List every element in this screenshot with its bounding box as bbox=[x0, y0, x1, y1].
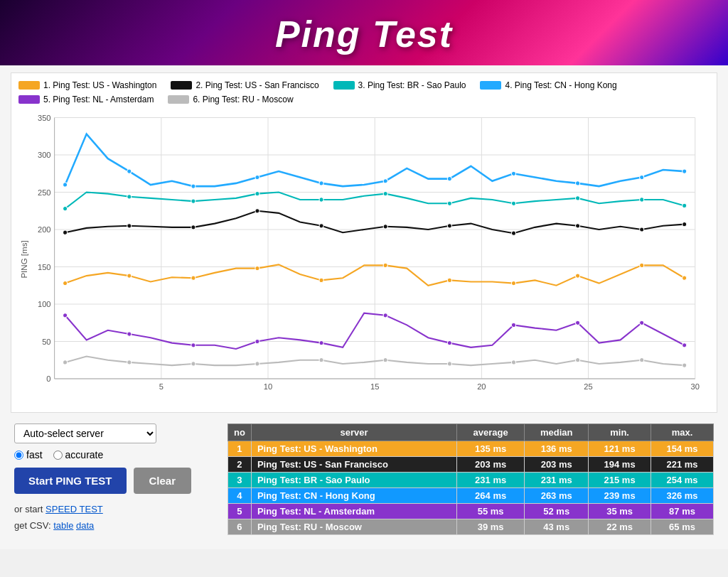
controls-results-row: Auto-select server fast accurate Start P… bbox=[11, 420, 717, 542]
table-cell: 35 ms bbox=[589, 504, 651, 519]
legend-color-4 bbox=[480, 81, 501, 90]
csv-line: get CSV: table data bbox=[14, 517, 213, 534]
svg-point-51 bbox=[640, 227, 644, 232]
svg-point-96 bbox=[682, 363, 687, 367]
legend-label-2: 2. Ping Test: US - San Francisco bbox=[196, 80, 318, 90]
radio-accurate-label[interactable]: accurate bbox=[53, 449, 104, 460]
table-row: 3Ping Test: BR - Sao Paulo231 ms231 ms21… bbox=[228, 473, 714, 488]
svg-point-65 bbox=[127, 169, 132, 173]
table-cell: 231 ms bbox=[525, 473, 589, 488]
legend-color-1 bbox=[18, 81, 40, 90]
table-cell: Ping Test: BR - Sao Paulo bbox=[251, 473, 456, 488]
svg-point-50 bbox=[576, 224, 580, 228]
svg-point-39 bbox=[576, 274, 580, 278]
start-ping-button[interactable]: Start PING TEST bbox=[14, 468, 127, 494]
svg-point-69 bbox=[383, 179, 387, 183]
radio-fast-label[interactable]: fast bbox=[14, 449, 43, 460]
table-row: 2Ping Test: US - San Francisco203 ms203 … bbox=[228, 457, 714, 473]
radio-group: fast accurate bbox=[14, 449, 213, 460]
button-row: Start PING TEST Clear bbox=[14, 468, 213, 494]
svg-point-55 bbox=[191, 199, 196, 203]
svg-point-84 bbox=[640, 320, 644, 325]
svg-point-71 bbox=[511, 171, 515, 176]
table-cell: 52 ms bbox=[525, 504, 589, 519]
svg-point-33 bbox=[191, 276, 196, 280]
controls-panel: Auto-select server fast accurate Start P… bbox=[14, 424, 213, 534]
data-link[interactable]: data bbox=[76, 520, 94, 531]
legend-color-5 bbox=[18, 95, 40, 104]
svg-point-68 bbox=[319, 181, 323, 185]
svg-point-87 bbox=[127, 360, 132, 365]
legend-label-5: 5. Ping Test: NL - Amsterdam bbox=[43, 95, 154, 104]
svg-point-80 bbox=[383, 313, 387, 318]
legend-item-1: 1. Ping Test: US - Washington bbox=[18, 80, 156, 90]
table-cell: 65 ms bbox=[651, 519, 714, 535]
svg-point-49 bbox=[511, 231, 515, 235]
svg-point-81 bbox=[447, 340, 451, 345]
svg-point-61 bbox=[576, 196, 580, 200]
legend-label-4: 4. Ping Test: CN - Hong Kong bbox=[505, 80, 616, 90]
svg-point-41 bbox=[682, 276, 687, 280]
svg-point-64 bbox=[63, 183, 68, 187]
svg-point-95 bbox=[640, 358, 644, 362]
chart-legend: 1. Ping Test: US - Washington2. Ping Tes… bbox=[18, 80, 710, 104]
legend-color-2 bbox=[171, 81, 192, 90]
svg-point-40 bbox=[640, 263, 644, 267]
table-cell: 194 ms bbox=[589, 457, 651, 473]
svg-point-90 bbox=[319, 358, 323, 362]
radio-fast[interactable] bbox=[14, 451, 23, 460]
svg-point-86 bbox=[63, 360, 68, 365]
extra-links: or start SPEED TEST get CSV: table data bbox=[14, 501, 213, 534]
clear-button[interactable]: Clear bbox=[134, 468, 192, 494]
svg-point-57 bbox=[319, 198, 323, 202]
legend-label-6: 6. Ping Test: RU - Moscow bbox=[193, 95, 293, 104]
svg-point-60 bbox=[511, 201, 515, 205]
table-row: 5Ping Test: NL - Amsterdam55 ms52 ms35 m… bbox=[228, 504, 714, 519]
svg-text:200: 200 bbox=[38, 225, 51, 234]
svg-point-77 bbox=[191, 343, 196, 347]
table-cell: 3 bbox=[228, 473, 252, 488]
radio-accurate[interactable] bbox=[53, 451, 63, 460]
svg-text:250: 250 bbox=[38, 188, 51, 197]
table-cell: 264 ms bbox=[457, 488, 525, 504]
th-median: median bbox=[525, 424, 589, 441]
svg-point-32 bbox=[127, 274, 132, 278]
svg-point-73 bbox=[640, 175, 644, 179]
svg-point-67 bbox=[255, 175, 259, 179]
svg-point-82 bbox=[511, 323, 515, 327]
server-select[interactable]: Auto-select server bbox=[14, 424, 156, 443]
svg-text:30: 30 bbox=[691, 382, 700, 391]
speed-test-link[interactable]: SPEED TEST bbox=[46, 504, 103, 514]
table-cell: 2 bbox=[228, 457, 252, 473]
table-link[interactable]: table bbox=[53, 520, 73, 531]
radio-fast-text: fast bbox=[26, 449, 43, 460]
speed-test-line: or start SPEED TEST bbox=[14, 501, 213, 517]
header: Ping Test bbox=[0, 0, 728, 65]
table-header-row: noserveraveragemedianmin.max. bbox=[228, 424, 714, 441]
table-cell: 239 ms bbox=[589, 488, 651, 504]
svg-point-62 bbox=[640, 198, 644, 202]
table-cell: 203 ms bbox=[457, 457, 525, 473]
svg-point-44 bbox=[191, 225, 196, 230]
table-cell: 5 bbox=[228, 504, 252, 519]
svg-point-52 bbox=[682, 222, 687, 227]
svg-point-78 bbox=[255, 339, 259, 343]
svg-point-45 bbox=[255, 209, 259, 213]
table-cell: 6 bbox=[228, 519, 252, 535]
chart-area: 1. Ping Test: US - Washington2. Ping Tes… bbox=[11, 72, 717, 413]
table-cell: Ping Test: RU - Moscow bbox=[251, 519, 456, 535]
table-body: 1Ping Test: US - Washington135 ms136 ms1… bbox=[228, 441, 714, 535]
svg-point-74 bbox=[682, 169, 687, 173]
th-max: max. bbox=[651, 424, 714, 441]
table-cell: 215 ms bbox=[589, 473, 651, 488]
svg-point-43 bbox=[127, 224, 132, 228]
svg-point-89 bbox=[255, 362, 259, 366]
th-no: no bbox=[228, 424, 252, 441]
svg-point-54 bbox=[127, 195, 132, 199]
table-cell: 1 bbox=[228, 441, 252, 457]
svg-point-88 bbox=[191, 362, 196, 366]
th-server: server bbox=[251, 424, 456, 441]
svg-point-34 bbox=[255, 266, 259, 270]
svg-point-48 bbox=[447, 224, 451, 228]
svg-point-59 bbox=[447, 201, 451, 205]
